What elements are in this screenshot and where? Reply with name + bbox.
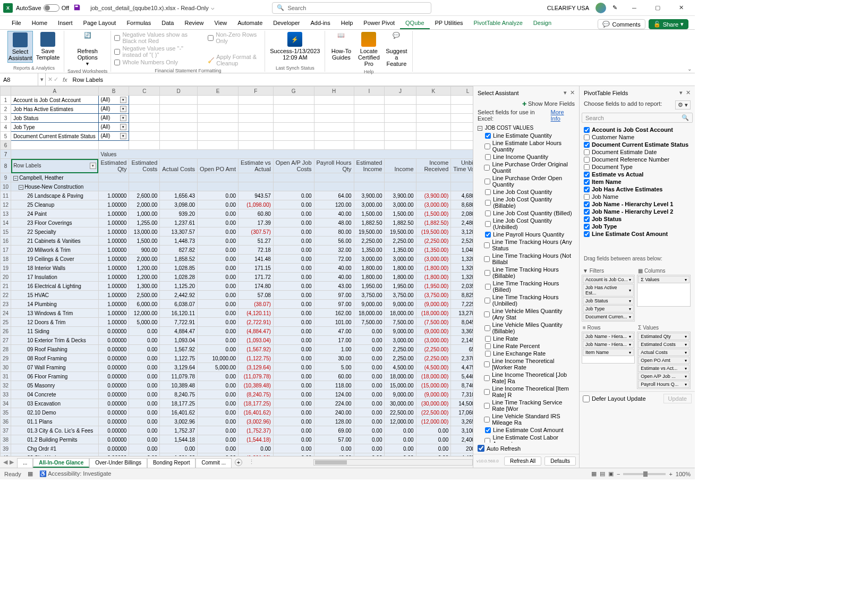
field-checkbox[interactable]: Line Income Quantity [475,153,577,161]
ptf-chip[interactable]: Payroll Hours Q...▾ [638,381,689,388]
field-checkbox[interactable]: Line Time Tracking Hours (Any Status [475,238,577,252]
howto-button[interactable]: 📖How-To Guides [328,31,354,62]
ribbon-collapse-icon[interactable]: ⌄ [687,66,692,72]
pane-options-icon[interactable]: ▾ [679,89,683,96]
field-checkbox[interactable]: Line Vehicle Miles Quantity (Billable) [475,321,577,335]
ptf-chip[interactable]: Open A/P Job ...▾ [638,373,689,380]
field-checkbox[interactable]: Line Income Theoretical [Worker Rate [475,357,577,371]
ptf-chip[interactable]: Item Name▾ [583,349,634,356]
ptf-field[interactable]: Job Name - Hierarchy Level 2 [582,208,693,215]
filename[interactable]: job_cost_detail_(qqube10.x).xlsx - Read-… [90,5,209,11]
field-checkbox[interactable]: Line Job Cost Quantity (Billed) [475,209,577,217]
auto-refresh-check[interactable] [478,445,484,452]
field-checkbox[interactable]: Line Job Cost Quantity (Unbilled) [475,217,577,231]
gear-icon[interactable]: ⚙ ▾ [675,100,691,109]
pane-options-icon[interactable]: ▾ [564,89,567,96]
field-checkbox[interactable]: Line Estimate Cost Labor Amount [475,434,577,443]
sheet-tab[interactable]: Bonding Report [147,458,196,468]
field-checkbox[interactable]: Line Purchase Order Open Quantity [475,174,577,188]
ptf-chip[interactable]: Job Status▾ [583,297,634,305]
ptf-field[interactable]: Estimate vs Actual [582,171,693,178]
certified-button[interactable]: Locate Certified Pro [356,31,381,68]
ptf-field[interactable]: Line Estimate Cost Amount [582,230,693,238]
field-checkbox[interactable]: Line Time Tracking Hours (Billed) [475,280,577,293]
field-checkbox[interactable]: Line Job Cost Quantity [475,188,577,196]
ptf-chip[interactable]: Job Name - Hiera...▾ [583,341,634,348]
ptf-chip[interactable]: Estimated Costs▾ [638,341,689,348]
ptf-area-columns[interactable]: ▦ ColumnsΣ Values▾ [637,267,690,322]
tree-root[interactable]: − JOB COST VALUES [475,124,577,132]
ptf-chip[interactable]: Job Name - Hiera...▾ [583,333,634,340]
ptf-chip[interactable]: Estimate vs Act...▾ [638,365,689,372]
apply-format-button[interactable]: Apply Format & Cleanup [216,54,261,66]
cancel-formula-icon[interactable]: ✕ [48,76,53,83]
field-checkbox[interactable]: Line Vehicle Standard IRS Mileage Ra [475,412,577,426]
view-break-icon[interactable]: ▣ [608,470,614,477]
defer-update-check[interactable] [583,395,590,402]
ptf-chip[interactable]: Estimated Qty▾ [638,333,689,340]
minimize-button[interactable]: ─ [624,1,645,15]
zoom-in-icon[interactable]: + [669,471,672,477]
select-assistant-button[interactable]: Select Assistant [7,31,33,63]
ptf-field[interactable]: Job Type [582,223,693,230]
maximize-button[interactable]: ▢ [647,1,668,15]
account-name[interactable]: CLEARIFY USA [547,5,589,11]
sheet-tab[interactable]: Commit ... [195,458,232,468]
ptf-field[interactable]: Document Estimate Date [582,148,693,156]
toggle-off-icon[interactable] [44,4,59,12]
ptf-field[interactable]: Job Has Active Estimates [582,185,693,193]
ribbon-tab-review[interactable]: Review [179,18,209,29]
ptf-field[interactable]: Item Name [582,178,693,185]
ribbon-tab-pivottable-analyze[interactable]: PivotTable Analyze [469,18,528,29]
save-template-button[interactable]: Save Template [35,31,61,62]
autosave-toggle[interactable]: AutoSave Off [16,4,69,12]
filename-chevron-icon[interactable]: ⌵ [211,4,215,11]
ptf-chip[interactable]: Open PO Amt▾ [638,357,689,364]
ptf-chip[interactable]: Actual Costs▾ [638,349,689,356]
field-checkbox[interactable]: Line Time Tracking Hours (Unbilled) [475,293,577,307]
ribbon-tab-qqube[interactable]: QQube [400,18,429,29]
pane-close-icon[interactable]: ✕ [570,89,575,96]
zoom-slider[interactable] [623,473,666,475]
field-checkbox[interactable]: Line Time Tracking Hours (Not Billabl [475,252,577,266]
field-checkbox[interactable]: Line Rate [475,335,577,342]
filter-dropdown[interactable]: ▾ [120,124,126,130]
account-avatar-icon[interactable] [595,3,606,13]
ribbon-tab-page-layout[interactable]: Page Layout [78,18,122,29]
pane-close-icon[interactable]: ✕ [686,89,691,96]
tips-icon[interactable]: ✎ [612,4,617,11]
ptf-chip[interactable]: Σ Values▾ [638,276,689,283]
ptf-chip[interactable]: Account is Job Co...▾ [583,276,634,283]
ribbon-tab-design[interactable]: Design [528,18,557,29]
field-checkbox[interactable]: Line Estimate Quantity [475,132,577,139]
refresh-all-button[interactable]: Refresh All [504,457,541,466]
ptf-field[interactable]: Customer Name [582,133,693,141]
formula-input[interactable]: Row Labels [70,77,106,83]
worksheet-grid[interactable]: ABCDEFGHIJKL1Account is Job Cost Account… [0,86,473,456]
share-button[interactable]: 🔓 Share ▾ [649,19,688,29]
refresh-options-button[interactable]: 🔄 Refresh Options ▾ [75,31,100,67]
whole-check[interactable] [114,60,120,65]
macro-icon[interactable]: ▦ [28,470,33,477]
field-checkbox[interactable]: Line Rate Percent [475,342,577,350]
suggest-button[interactable]: 💬Suggest a Feature [384,31,409,68]
field-checkbox[interactable]: Line Time Tracking Service Rate [Wor [475,399,577,412]
show-more-fields[interactable]: Show More Fields [473,99,579,108]
ribbon-tab-help[interactable]: Help [336,18,359,29]
filter-dropdown[interactable]: ▾ [120,115,126,121]
ptf-area-rows[interactable]: ≡ RowsJob Name - Hiera...▾Job Name - Hie… [582,324,635,389]
ptf-search-input[interactable]: Search🔍 [582,113,693,123]
neg-red-check[interactable] [114,35,120,41]
view-layout-icon[interactable]: ▤ [600,470,605,477]
fx-icon[interactable]: fx [61,77,70,83]
name-box-dropdown[interactable]: ▾ [38,73,46,86]
field-checkbox[interactable]: Line Estimate Labor Hours Quantity [475,139,577,153]
ptf-field[interactable]: Account is Job Cost Account [582,126,693,133]
enter-formula-icon[interactable]: ✓ [54,76,58,83]
ribbon-tab-pp-utilities[interactable]: PP Utilities [430,18,469,29]
row-labels-dropdown[interactable]: ▾ [90,163,96,169]
ptf-field[interactable]: Job Status [582,215,693,223]
save-icon[interactable] [73,4,82,12]
field-checkbox[interactable]: Line Time Tracking Hours (Billable) [475,266,577,280]
ribbon-tab-power-pivot[interactable]: Power Pivot [358,18,400,29]
